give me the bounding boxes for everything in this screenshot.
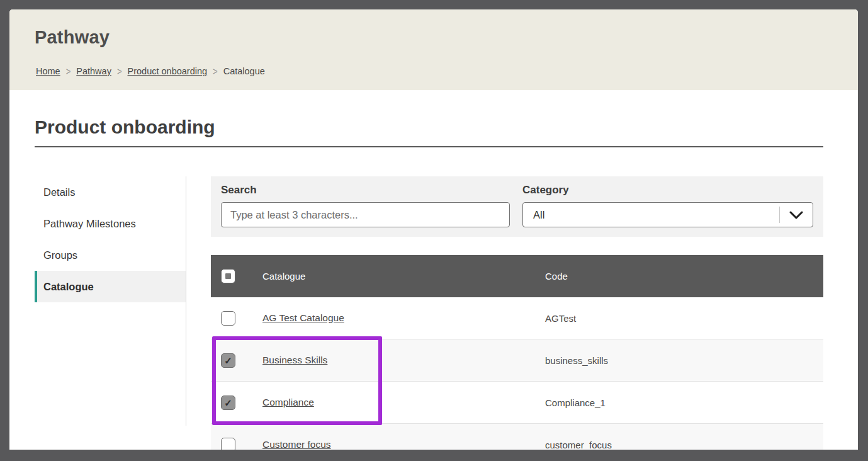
table-row: AG Test Catalogue AGTest <box>211 297 823 339</box>
app-window: Pathway Home > Pathway > Product onboard… <box>9 9 858 450</box>
row-code: Compliance_1 <box>545 397 823 408</box>
catalogue-table: Catalogue Code AG Test Catalogue AGTest … <box>211 255 823 450</box>
breadcrumb-separator-icon: > <box>213 65 218 77</box>
row-checkbox[interactable]: ✓ <box>221 396 235 410</box>
filter-panel: Search Category All <box>211 176 823 237</box>
breadcrumb-separator-icon: > <box>66 65 71 77</box>
breadcrumb-pathway[interactable]: Pathway <box>76 66 111 76</box>
sidebar: Details Pathway Milestones Groups Catalo… <box>35 176 186 302</box>
row-checkbox[interactable] <box>221 311 235 326</box>
sidebar-item-label: Details <box>43 186 75 198</box>
indeterminate-mark-icon <box>225 273 231 279</box>
category-selected-value: All <box>523 209 779 221</box>
table-row: ✓ Compliance Compliance_1 <box>211 382 823 424</box>
search-label: Search <box>221 184 257 196</box>
title-divider <box>35 146 823 147</box>
sidebar-divider <box>186 176 186 426</box>
row-code: AGTest <box>545 313 823 324</box>
checkmark-icon: ✓ <box>224 398 232 407</box>
app-header: Pathway Home > Pathway > Product onboard… <box>9 9 858 90</box>
sidebar-item-details[interactable]: Details <box>35 176 186 208</box>
catalogue-link[interactable]: Business Skills <box>262 355 327 365</box>
table-row: Customer focus customer_focus <box>211 424 823 450</box>
breadcrumb-home[interactable]: Home <box>36 66 60 76</box>
sidebar-item-groups[interactable]: Groups <box>35 239 186 271</box>
column-header-catalogue: Catalogue <box>262 271 545 282</box>
catalogue-link[interactable]: AG Test Catalogue <box>262 312 344 323</box>
breadcrumb: Home > Pathway > Product onboarding > Ca… <box>36 66 265 76</box>
sidebar-item-label: Pathway Milestones <box>43 218 136 230</box>
sidebar-item-pathway-milestones[interactable]: Pathway Milestones <box>35 208 186 239</box>
select-all-checkbox[interactable] <box>221 269 235 283</box>
sidebar-item-label: Groups <box>43 249 77 261</box>
chevron-down-icon[interactable] <box>780 203 813 227</box>
breadcrumb-product-onboarding[interactable]: Product onboarding <box>128 66 208 76</box>
search-input[interactable] <box>221 202 510 227</box>
row-checkbox[interactable]: ✓ <box>221 353 235 368</box>
app-title: Pathway <box>35 27 110 48</box>
row-code: business_skills <box>545 355 823 366</box>
table-header-row: Catalogue Code <box>211 255 823 297</box>
category-label: Category <box>522 184 569 196</box>
row-code: customer_focus <box>545 440 823 450</box>
category-dropdown[interactable]: All <box>522 202 813 227</box>
sidebar-item-label: Catalogue <box>43 281 94 293</box>
catalogue-link[interactable]: Compliance <box>262 397 314 407</box>
catalogue-link[interactable]: Customer focus <box>262 439 331 450</box>
main-content: Search Category All <box>211 176 823 237</box>
row-checkbox[interactable] <box>221 438 235 450</box>
sidebar-item-catalogue[interactable]: Catalogue <box>35 271 186 302</box>
breadcrumb-current-catalogue: Catalogue <box>223 66 265 76</box>
breadcrumb-separator-icon: > <box>117 65 122 77</box>
checkmark-icon: ✓ <box>224 356 232 365</box>
table-row: ✓ Business Skills business_skills <box>211 339 823 382</box>
column-header-code: Code <box>545 271 823 282</box>
page-title: Product onboarding <box>35 117 215 138</box>
